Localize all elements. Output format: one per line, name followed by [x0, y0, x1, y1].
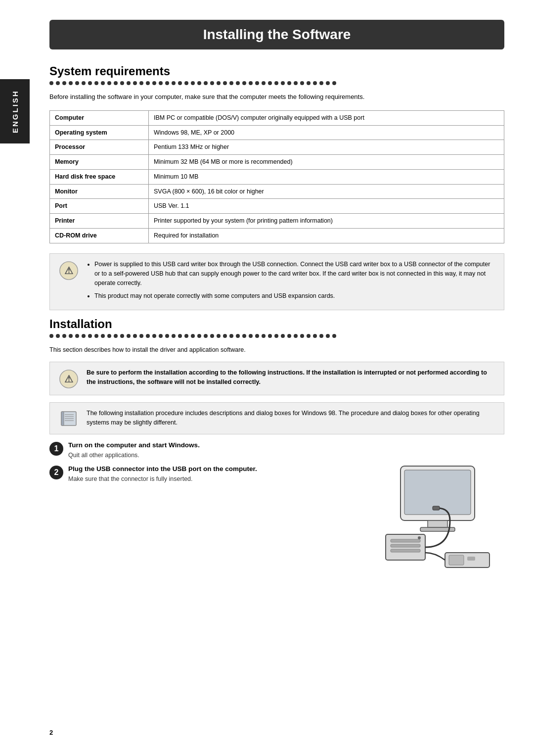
req-label: Processor — [50, 140, 149, 155]
requirements-table: ComputerIBM PC or compatible (DOS/V) com… — [49, 110, 504, 243]
svg-rect-16 — [391, 544, 420, 547]
step-title: Turn on the computer and start Windows. — [68, 441, 356, 449]
steps-area: 1Turn on the computer and start Windows.… — [49, 441, 504, 570]
installation-heading: Installation — [49, 317, 504, 331]
step-desc: Quit all other applications. — [68, 451, 356, 460]
req-value: IBM PC or compatible (DOS/V) computer or… — [149, 110, 504, 125]
svg-text:⚠: ⚠ — [64, 374, 73, 384]
computer-usb-svg — [371, 461, 499, 570]
usb-notice-box: ⚠ Power is supplied to this USB card wri… — [49, 253, 504, 311]
req-value: Required for installation — [149, 228, 504, 243]
step-content: Plug the USB connector into the USB port… — [68, 465, 356, 484]
req-label: Monitor — [50, 184, 149, 199]
step-title: Plug the USB connector into the USB port… — [68, 465, 356, 472]
req-value: Minimum 10 MB — [149, 169, 504, 184]
req-label: CD-ROM drive — [50, 228, 149, 243]
table-row: PrinterPrinter supported by your system … — [50, 214, 504, 229]
installation-warning-text: Be sure to perform the installation acco… — [87, 368, 496, 387]
dot-separator-1 — [49, 81, 504, 85]
req-value: USB Ver. 1.1 — [149, 199, 504, 214]
req-label: Memory — [50, 155, 149, 170]
list-item: Power is supplied to this USB card write… — [94, 260, 496, 288]
step-number: 2 — [49, 466, 63, 479]
book-notice-text: The following installation procedure inc… — [87, 409, 496, 428]
step-number: 1 — [49, 442, 63, 456]
installation-warning-icon: ⚠ — [59, 369, 79, 389]
book-notice-box: The following installation procedure inc… — [49, 402, 504, 434]
table-row: MemoryMinimum 32 MB (64 MB or more is re… — [50, 155, 504, 170]
step-content: Turn on the computer and start Windows.Q… — [68, 441, 356, 460]
list-item: This product may not operate correctly w… — [94, 291, 496, 301]
table-row: Operating systemWindows 98, ME, XP or 20… — [50, 125, 504, 140]
table-row: MonitorSVGA (800 × 600), 16 bit color or… — [50, 184, 504, 199]
sidebar-english-label: ENGLISH — [0, 79, 30, 143]
table-row: PortUSB Ver. 1.1 — [50, 199, 504, 214]
step-desc: Make sure that the connector is fully in… — [68, 474, 356, 484]
usb-notice-content: Power is supplied to this USB card write… — [87, 260, 496, 304]
system-requirements-intro: Before installing the software in your c… — [49, 92, 504, 102]
table-row: CD-ROM driveRequired for installation — [50, 228, 504, 243]
table-row: ProcessorPentium 133 MHz or higher — [50, 140, 504, 155]
req-value: Windows 98, ME, XP or 2000 — [149, 125, 504, 140]
page-title: Installing the Software — [49, 20, 504, 49]
req-value: Printer supported by your system (for pr… — [149, 214, 504, 229]
system-requirements-heading: System requirements — [49, 64, 504, 78]
req-value: SVGA (800 × 600), 16 bit color or higher — [149, 184, 504, 199]
svg-rect-17 — [391, 549, 420, 552]
svg-rect-5 — [61, 412, 64, 425]
book-icon — [60, 410, 78, 427]
table-row: ComputerIBM PC or compatible (DOS/V) com… — [50, 110, 504, 125]
installation-step: 1Turn on the computer and start Windows.… — [49, 441, 356, 460]
svg-rect-15 — [391, 539, 420, 542]
warning-icon-area: ⚠ — [58, 260, 80, 281]
svg-rect-22 — [467, 557, 475, 561]
book-icon-area — [58, 409, 80, 427]
installation-step: 2Plug the USB connector into the USB por… — [49, 465, 356, 484]
svg-point-18 — [418, 536, 421, 539]
installation-warning-icon-area: ⚠ — [58, 368, 80, 389]
dot-separator-2 — [49, 334, 504, 338]
req-value: Minimum 32 MB (64 MB or more is recommen… — [149, 155, 504, 170]
page-number: 2 — [49, 729, 53, 736]
warning-icon: ⚠ — [59, 261, 79, 281]
installation-section: Installation This section describes how … — [49, 317, 504, 570]
svg-text:⚠: ⚠ — [64, 265, 73, 276]
svg-rect-12 — [428, 520, 447, 527]
installation-intro: This section describes how to install th… — [49, 345, 504, 355]
steps-list: 1Turn on the computer and start Windows.… — [49, 441, 356, 489]
req-value: Pentium 133 MHz or higher — [149, 140, 504, 155]
req-label: Hard disk free space — [50, 169, 149, 184]
req-label: Computer — [50, 110, 149, 125]
system-requirements-section: System requirements Before installing th… — [49, 64, 504, 310]
req-label: Port — [50, 199, 149, 214]
req-label: Printer — [50, 214, 149, 229]
installation-warning-box: ⚠ Be sure to perform the installation ac… — [49, 362, 504, 395]
computer-illustration — [366, 441, 504, 570]
table-row: Hard disk free spaceMinimum 10 MB — [50, 169, 504, 184]
req-label: Operating system — [50, 125, 149, 140]
svg-rect-21 — [449, 555, 464, 565]
svg-rect-19 — [433, 506, 440, 510]
